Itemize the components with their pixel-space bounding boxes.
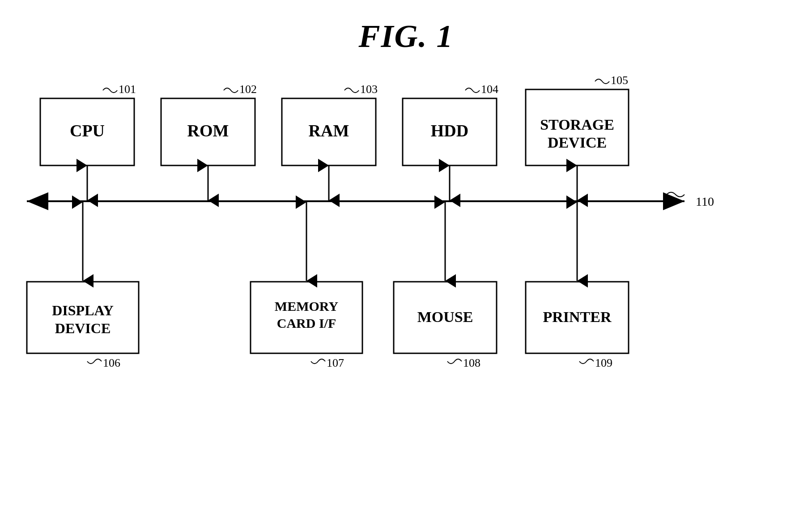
display-ref: 106 (103, 356, 120, 369)
memcard-ref: 107 (327, 356, 344, 369)
rom-label: ROM (187, 121, 229, 140)
rom-ref: 102 (239, 83, 257, 96)
display-label-1: DISPLAY (52, 302, 114, 318)
diagram-container: FIG. 1 (0, 0, 812, 521)
ram-label: RAM (309, 121, 349, 140)
storage-label-1: STORAGE (540, 116, 614, 133)
printer-ref: 109 (595, 356, 612, 369)
figure-title: FIG. 1 (0, 0, 812, 55)
cpu-ref: 101 (119, 83, 136, 96)
hdd-label: HDD (431, 121, 468, 140)
diagram-svg: 110 CPU 101 ROM 102 RAM 103 HDD 104 STOR… (0, 63, 812, 521)
mouse-label: MOUSE (417, 309, 473, 325)
printer-label: PRINTER (543, 309, 611, 325)
cpu-label: CPU (70, 121, 105, 140)
storage-ref: 105 (611, 74, 628, 87)
display-label-2: DEVICE (55, 320, 111, 336)
storage-label-2: DEVICE (548, 134, 607, 151)
bus-label: 110 (696, 195, 714, 208)
ram-ref: 103 (360, 83, 378, 96)
memcard-label-1: MEMORY (275, 299, 339, 313)
memcard-label-2: CARD I/F (277, 316, 336, 330)
mouse-ref: 108 (463, 356, 480, 369)
hdd-ref: 104 (481, 83, 498, 96)
